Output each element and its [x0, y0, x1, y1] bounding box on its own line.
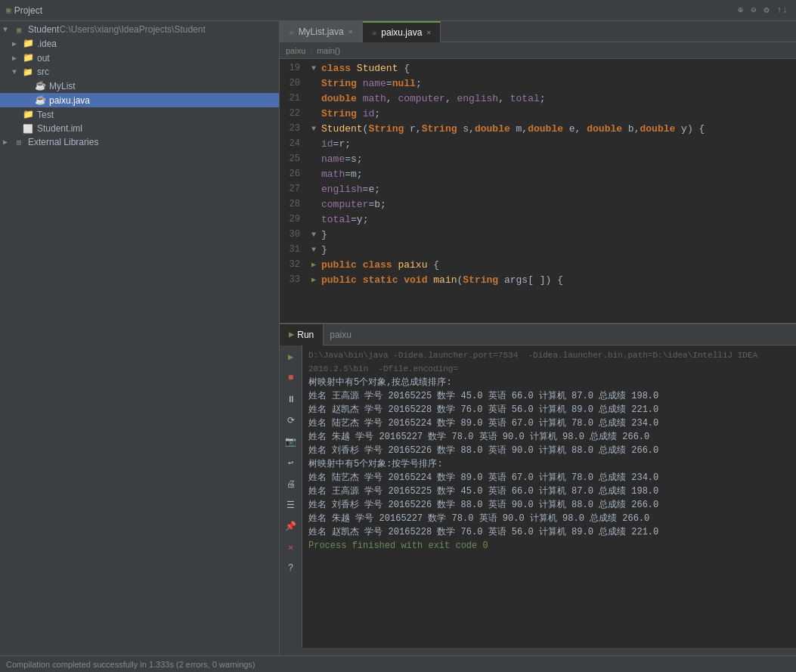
- line-content-20[interactable]: String name=null;: [321, 78, 796, 89]
- sidebar-item-src[interactable]: ▼📁src: [0, 65, 279, 79]
- line-content-26[interactable]: math=m;: [321, 169, 796, 180]
- line-content-31[interactable]: }: [321, 244, 796, 255]
- toolbar-btn-2[interactable]: ⊖: [751, 5, 756, 16]
- sidebar-item-paixu[interactable]: ☕paixu.java: [0, 93, 279, 107]
- fold-gutter-19[interactable]: ▼: [311, 64, 316, 73]
- output-line-header2: 树映射中有5个对象:按学号排序:: [308, 457, 790, 471]
- sidebar-item-out[interactable]: ▶📁out: [0, 51, 279, 65]
- line-content-25[interactable]: name=s;: [321, 153, 796, 165]
- line-content-24[interactable]: id=r;: [321, 138, 796, 150]
- line-num-21: 21: [280, 93, 306, 104]
- tree-label-paixu: paixu.java: [49, 95, 90, 106]
- line-num-28: 28: [280, 199, 306, 209]
- line-content-23[interactable]: Student(String r,String s,double m,doubl…: [321, 123, 796, 135]
- toolbar-btn-1[interactable]: ⊕: [738, 5, 743, 16]
- code-line-24: 24 id=r;: [280, 136, 796, 151]
- tab-close-mylist-tab[interactable]: ✕: [348, 27, 353, 36]
- tree-arrow-idea: ▶: [12, 39, 21, 48]
- tab-label-paixu-tab: paixu.java: [381, 27, 422, 38]
- output-line-r5: 姓名 刘香杉 学号 20165226 数学 88.0 英语 90.0 计算机 8…: [308, 444, 790, 457]
- line-content-28[interactable]: computer=b;: [321, 199, 796, 210]
- breadcrumb-item-2[interactable]: main(): [317, 46, 340, 55]
- run-btn-cross[interactable]: ✕: [283, 539, 299, 556]
- run-btn-play[interactable]: ▶: [283, 348, 299, 365]
- line-content-19[interactable]: class Student {: [321, 63, 796, 74]
- run-tab-name: paixu: [324, 330, 358, 340]
- line-num-23: 23: [280, 123, 306, 134]
- run-btn-pin[interactable]: 📌: [283, 518, 299, 534]
- run-gutter-33[interactable]: ▶: [311, 275, 316, 284]
- tree-icon-out: 📁: [21, 52, 35, 63]
- tab-mylist-tab[interactable]: ☕ MyList.java ✕: [280, 21, 363, 42]
- output-line-r4: 姓名 朱越 学号 20165227 数学 78.0 英语 90.0 计算机 98…: [308, 430, 790, 444]
- sidebar-tree: ▼▣Student C:\Users\xiang\IdeaProjects\St…: [0, 21, 279, 655]
- tab-icon-paixu-tab: ☕: [372, 27, 377, 37]
- sidebar-item-student-root[interactable]: ▼▣Student C:\Users\xiang\IdeaProjects\St…: [0, 23, 279, 36]
- line-num-30: 30: [280, 229, 306, 240]
- output-line-r9: 姓名 朱越 学号 20165227 数学 78.0 英语 90.0 计算机 98…: [308, 512, 790, 525]
- sidebar-item-test[interactable]: 📁Test: [0, 107, 279, 122]
- fold-gutter-30[interactable]: ▼: [311, 231, 316, 239]
- run-sidebar: ▶■⏸⟳📷↩🖨☰📌✕?: [280, 345, 302, 648]
- breadcrumb-sep: ›: [308, 46, 314, 55]
- toolbar-btn-4[interactable]: ↑↓: [777, 5, 788, 16]
- tree-icon-ext-libs: ⊞: [12, 138, 26, 147]
- tab-paixu-tab[interactable]: ☕ paixu.java ✕: [363, 21, 441, 42]
- tree-arrow-src: ▼: [12, 68, 21, 76]
- status-text: Compilation completed successfully in 1.…: [6, 660, 256, 669]
- sidebar: ▼▣Student C:\Users\xiang\IdeaProjects\St…: [0, 21, 280, 655]
- output-line-r2: 姓名 赵凯杰 学号 20165228 数学 76.0 英语 56.0 计算机 8…: [308, 403, 790, 417]
- run-btn-back[interactable]: ↩: [283, 454, 299, 471]
- run-btn-list[interactable]: ☰: [283, 497, 299, 513]
- run-gutter-32[interactable]: ▶: [311, 260, 316, 269]
- code-line-29: 29 total=y;: [280, 212, 796, 227]
- line-content-32[interactable]: public class paixu {: [321, 259, 796, 271]
- code-line-25: 25 name=s;: [280, 151, 796, 166]
- output-line-r1: 姓名 王高源 学号 20165225 数学 45.0 英语 66.0 计算机 8…: [308, 389, 790, 403]
- run-tab-icon: ▶: [289, 329, 294, 340]
- run-btn-stop[interactable]: ■: [283, 370, 299, 386]
- run-btn-question[interactable]: ?: [283, 560, 299, 577]
- editor-area: ☕ MyList.java ✕ ☕ paixu.java ✕ paixu › m…: [280, 21, 796, 655]
- code-editor[interactable]: 19 ▼ class Student { 20 String name=null…: [280, 59, 796, 323]
- horizontal-scrollbar[interactable]: [280, 648, 796, 655]
- top-bar: ▣ Project ⊕ ⊖ ⚙ ↑↓: [0, 0, 796, 21]
- bottom-panel: ▶ Run paixu ▶■⏸⟳📷↩🖨☰📌✕? D:\Java\bin\java…: [280, 323, 796, 655]
- sidebar-item-ext-libs[interactable]: ▶⊞External Libraries: [0, 135, 279, 149]
- sidebar-item-idea[interactable]: ▶📁.idea: [0, 36, 279, 51]
- sidebar-item-student-iml[interactable]: ⬜Student.iml: [0, 122, 279, 135]
- line-num-31: 31: [280, 244, 306, 255]
- run-btn-camera[interactable]: 📷: [283, 433, 299, 450]
- code-line-33: 33 ▶ public static void main(String args…: [280, 272, 796, 287]
- sidebar-item-mylist[interactable]: ☕MyList: [0, 79, 279, 93]
- fold-gutter-23[interactable]: ▼: [311, 125, 316, 133]
- line-num-25: 25: [280, 153, 306, 164]
- run-btn-resume[interactable]: ⟳: [283, 412, 299, 429]
- line-gutter-32: ▶: [306, 260, 321, 269]
- output-line-r6: 姓名 陆艺杰 学号 20165224 数学 89.0 英语 67.0 计算机 7…: [308, 471, 790, 485]
- line-gutter-23: ▼: [306, 125, 321, 133]
- line-content-30[interactable]: }: [321, 229, 796, 240]
- breadcrumb: paixu › main(): [280, 42, 796, 59]
- line-content-33[interactable]: public static void main(String args[ ]) …: [321, 274, 796, 286]
- code-line-32: 32 ▶ public class paixu {: [280, 257, 796, 272]
- tab-close-paixu-tab[interactable]: ✕: [426, 28, 431, 37]
- code-line-21: 21 double math, computer, english, total…: [280, 91, 796, 106]
- tree-icon-student-root: ▣: [12, 25, 26, 35]
- tabs-bar: ☕ MyList.java ✕ ☕ paixu.java ✕: [280, 21, 796, 42]
- tree-label-student-iml: Student.iml: [37, 123, 82, 134]
- run-output[interactable]: D:\Java\bin\java -Didea.launcher.port=75…: [302, 345, 796, 648]
- line-content-21[interactable]: double math, computer, english, total;: [321, 93, 796, 104]
- code-line-22: 22 String id;: [280, 106, 796, 121]
- run-btn-pause[interactable]: ⏸: [283, 391, 299, 407]
- line-num-29: 29: [280, 214, 306, 225]
- run-btn-print[interactable]: 🖨: [283, 475, 299, 492]
- line-content-29[interactable]: total=y;: [321, 214, 796, 225]
- breadcrumb-item-1[interactable]: paixu: [286, 46, 305, 55]
- toolbar-btn-3[interactable]: ⚙: [763, 5, 769, 16]
- fold-gutter-31[interactable]: ▼: [311, 246, 316, 254]
- line-num-33: 33: [280, 274, 306, 285]
- line-content-22[interactable]: String id;: [321, 108, 796, 119]
- run-tab[interactable]: ▶ Run: [280, 324, 324, 345]
- line-content-27[interactable]: english=e;: [321, 184, 796, 195]
